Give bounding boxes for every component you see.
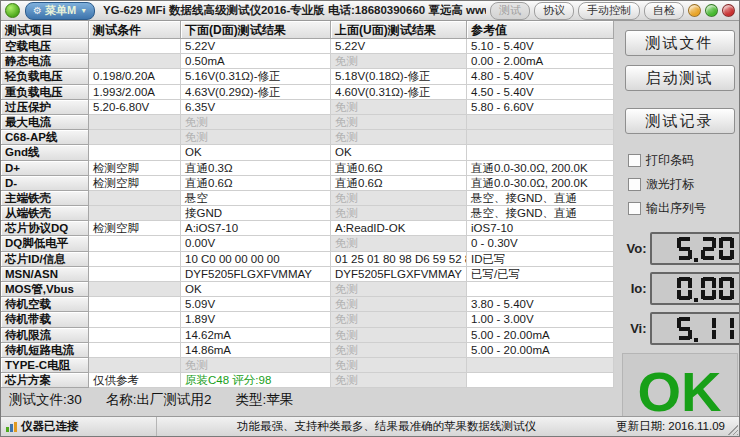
cell-ref: ID已写 xyxy=(467,252,614,267)
cell-u: 免测 xyxy=(331,358,467,373)
checkbox-label: 打印条码 xyxy=(646,152,694,169)
test-file-info-bar: 测试文件:30 名称:出厂测试用2 类型:苹果 xyxy=(1,389,614,411)
cell-u: 5.18V(0.18Ω)-修正 xyxy=(331,69,467,84)
row-label: Gnd线 xyxy=(1,145,89,160)
cell-u: 免测 xyxy=(331,236,467,251)
cell-d: 免测 xyxy=(181,130,331,145)
cell-u: 免测 xyxy=(331,343,467,358)
meter-Vo: Vo: xyxy=(622,232,740,265)
cell-d: 14.62mA xyxy=(181,328,331,343)
row-label: MOS管,Vbus xyxy=(1,282,89,297)
row-label: D+ xyxy=(1,161,89,176)
app-icon xyxy=(5,3,20,18)
cell-ref xyxy=(467,373,614,388)
checkbox-box[interactable] xyxy=(628,178,641,191)
cell-cond: 5.20-6.80V xyxy=(89,100,181,115)
titlebar-button-手动控制[interactable]: 手动控制 xyxy=(578,2,640,20)
menu-button[interactable]: ⚙ 菜单M ▼ xyxy=(25,2,95,20)
cell-cond xyxy=(89,282,181,297)
cell-cond: 检测空脚 xyxy=(89,221,181,236)
titlebar-buttons: 测试协议手动控制自检 xyxy=(486,2,684,20)
cell-ref xyxy=(467,282,614,297)
column-header: 下面(D面)测试结果 xyxy=(181,21,331,39)
meter-Io: Io: xyxy=(622,272,740,305)
cell-u: 免测 xyxy=(331,282,467,297)
row-label: DQ脚低电平 xyxy=(1,236,89,251)
table-row: DQ脚低电平0.00V免测0 - 0.30V xyxy=(1,236,614,251)
cell-ref: 5.00 - 20.00mA xyxy=(467,328,614,343)
gear-icon: ⚙ xyxy=(33,5,42,16)
digit-0 xyxy=(677,277,692,300)
cell-ref: 5.80 - 6.60V xyxy=(467,100,614,115)
cell-cond xyxy=(89,343,181,358)
digit-1 xyxy=(701,317,716,340)
side-button-启动测试[interactable]: 启动测试 xyxy=(625,65,735,91)
lcd-display xyxy=(650,272,740,305)
checkbox-box[interactable] xyxy=(628,202,641,215)
app-window: ⚙ 菜单M ▼ YG-629 MFi 数据线高级测试仪2016-专业版 电话:1… xyxy=(0,0,740,437)
cell-cond: 检测空脚 xyxy=(89,176,181,191)
column-header: 测试项目 xyxy=(1,21,89,39)
cell-ref: 4.80 - 5.40V xyxy=(467,69,614,84)
cell-ref: 5.10 - 5.40V xyxy=(467,39,614,54)
meter-label: Io: xyxy=(622,281,647,296)
cell-d: 0.00V xyxy=(181,236,331,251)
cell-d: OK xyxy=(181,282,331,297)
cell-ref: iOS7-10 xyxy=(467,221,614,236)
row-label: TYPE-C电阻 xyxy=(1,358,89,373)
table-row: 过压保护5.20-6.80V6.35V免测5.80 - 6.60V xyxy=(1,100,614,115)
cell-d: A:iOS7-10 xyxy=(181,221,331,236)
decimal-dot xyxy=(694,338,698,342)
row-label: 待机短路电流 xyxy=(1,343,89,358)
checkbox-输出序列号[interactable]: 输出序列号 xyxy=(628,196,740,220)
checkbox-box[interactable] xyxy=(628,154,641,167)
row-label: 轻负载电压 xyxy=(1,69,89,84)
meter-label: Vo: xyxy=(622,241,647,256)
cell-d: OK xyxy=(181,145,331,160)
test-file-type: 类型:苹果 xyxy=(236,391,294,409)
indicator-led-3 xyxy=(722,4,735,17)
cell-cond xyxy=(89,312,181,327)
indicator-led-2 xyxy=(705,4,718,17)
row-label: 最大电流 xyxy=(1,115,89,130)
lcd-display xyxy=(650,232,740,265)
side-button-测试记录[interactable]: 测试记录 xyxy=(625,108,735,134)
menu-button-label: 菜单M xyxy=(45,3,76,18)
row-label: 待机带载 xyxy=(1,312,89,327)
table-row: MSN/ASNDYF5205FLGXFVMMAYDYF5205FLGXFVMMA… xyxy=(1,267,614,282)
side-button-测试文件[interactable]: 测试文件 xyxy=(625,30,735,56)
row-label: 芯片方案 xyxy=(1,373,89,388)
table-row: 轻负载电压0.198/0.20A5.16V(0.31Ω)-修正5.18V(0.1… xyxy=(1,69,614,84)
cell-cond xyxy=(89,252,181,267)
checkbox-激光打标[interactable]: 激光打标 xyxy=(628,172,740,196)
table-row: 待机空载5.09V免测3.80 - 5.40V xyxy=(1,297,614,312)
cell-cond xyxy=(89,236,181,251)
titlebar-button-协议[interactable]: 协议 xyxy=(534,2,574,20)
cell-d: 14.86mA xyxy=(181,343,331,358)
digit-2 xyxy=(701,237,716,260)
cell-d: 5.22V xyxy=(181,39,331,54)
checkbox-打印条码[interactable]: 打印条码 xyxy=(628,148,740,172)
digit-5 xyxy=(677,237,692,260)
titlebar-button-自检[interactable]: 自检 xyxy=(644,2,684,20)
cell-cond xyxy=(89,267,181,282)
cell-cond: 1.993/2.00A xyxy=(89,85,181,100)
resize-grip[interactable] xyxy=(728,425,738,435)
cell-ref: 1.00 - 3.00V xyxy=(467,312,614,327)
table-row: D+检测空脚直通0.3Ω直通0.6Ω直通0.0-30.0Ω, 200.0K xyxy=(1,161,614,176)
table-row: 静态电流0.50mA免测0.00 - 2.00mA xyxy=(1,54,614,69)
cell-u: 免测 xyxy=(331,206,467,221)
table-row: 最大电流免测免测 xyxy=(1,115,614,130)
title-bar: ⚙ 菜单M ▼ YG-629 MFi 数据线高级测试仪2016-专业版 电话:1… xyxy=(1,1,739,21)
cell-cond xyxy=(89,115,181,130)
cell-ref xyxy=(467,145,614,160)
cell-d: 直通0.6Ω xyxy=(181,176,331,191)
cell-cond xyxy=(89,145,181,160)
cell-d: 直通0.3Ω xyxy=(181,161,331,176)
lcd-display xyxy=(650,312,740,345)
cell-d: DYF5205FLGXFVMMAY xyxy=(181,267,331,282)
digit-0 xyxy=(701,277,716,300)
cell-cond xyxy=(89,130,181,145)
cell-u: 免测 xyxy=(331,100,467,115)
cell-cond xyxy=(89,54,181,69)
